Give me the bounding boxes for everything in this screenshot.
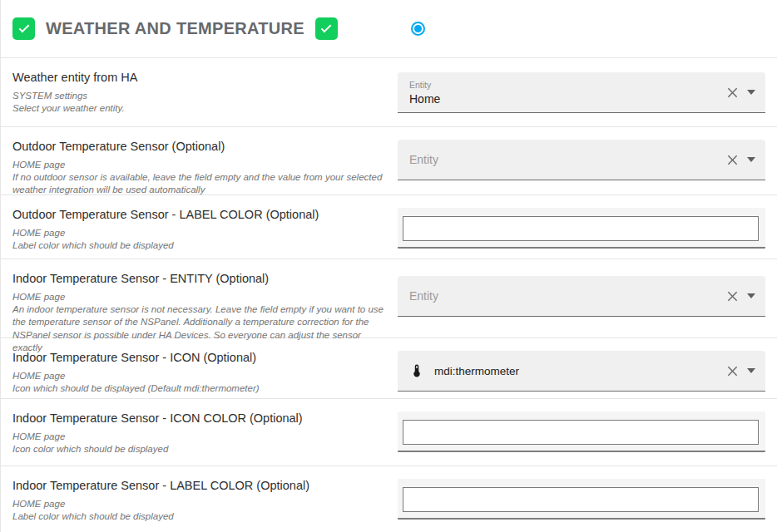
setting-text: Indoor Temperature Sensor - ICON (Option… <box>12 351 398 395</box>
setting-scope: HOME page <box>12 370 388 382</box>
thermometer-icon <box>409 363 424 378</box>
radio-selected-icon <box>414 25 422 32</box>
setting-scope: HOME page <box>12 159 388 171</box>
setting-title: Weather entity from HA <box>12 71 388 84</box>
setting-scope: HOME page <box>12 431 388 443</box>
clear-icon[interactable] <box>723 287 742 306</box>
select-content: Entity <box>409 153 723 166</box>
section-secondary-checkbox[interactable] <box>315 17 338 40</box>
setting-description: If no outdoor sensor is available, leave… <box>12 171 388 196</box>
setting-text: Indoor Temperature Sensor - ENTITY (Opti… <box>12 272 398 354</box>
section-active-radio[interactable] <box>411 22 425 36</box>
select-placeholder: Entity <box>409 153 723 166</box>
outdoor-temp-entity-select[interactable]: Entity <box>398 140 765 180</box>
chevron-down-icon[interactable] <box>747 368 755 373</box>
clear-icon[interactable] <box>723 83 742 102</box>
setting-scope: HOME page <box>12 498 388 510</box>
checkbox-check-icon <box>321 22 332 33</box>
setting-row-outdoor-entity: Outdoor Temperature Sensor (Optional) HO… <box>1 127 777 195</box>
setting-title: Indoor Temperature Sensor - ICON (Option… <box>12 351 388 364</box>
setting-title: Outdoor Temperature Sensor (Optional) <box>12 140 388 153</box>
setting-description: Icon which should be displayed (Default … <box>12 382 388 395</box>
setting-row-indoor-label-color: Indoor Temperature Sensor - LABEL COLOR … <box>1 466 777 531</box>
clear-icon[interactable] <box>723 150 742 170</box>
select-content: Entity <box>409 289 723 303</box>
section-header: WEATHER AND TEMPERATURE <box>1 0 777 58</box>
outdoor-label-color-input[interactable] <box>403 216 759 241</box>
color-input-panel <box>398 479 765 520</box>
color-input-panel <box>398 208 765 249</box>
indoor-icon-color-input[interactable] <box>403 420 759 445</box>
setting-text: Outdoor Temperature Sensor - LABEL COLOR… <box>12 208 398 252</box>
setting-row-weather-entity: Weather entity from HA SYSTEM settings S… <box>1 58 777 127</box>
setting-title: Indoor Temperature Sensor - LABEL COLOR … <box>12 479 388 492</box>
select-value: Home <box>409 92 723 106</box>
indoor-temp-entity-select[interactable]: Entity <box>398 276 765 317</box>
setting-row-outdoor-label-color: Outdoor Temperature Sensor - LABEL COLOR… <box>1 195 777 259</box>
chevron-down-icon[interactable] <box>747 293 755 298</box>
chevron-down-icon[interactable] <box>747 90 755 95</box>
setting-description: An indoor temperature sensor is not nece… <box>12 303 388 354</box>
setting-description: Label color which should be displayed <box>12 510 388 523</box>
checkbox-check-icon <box>18 22 29 33</box>
setting-row-indoor-entity: Indoor Temperature Sensor - ENTITY (Opti… <box>1 259 777 338</box>
select-content: Entity Home <box>409 80 723 106</box>
setting-description: Select your weather entity. <box>12 102 388 115</box>
setting-description: Label color which should be displayed <box>12 239 388 252</box>
setting-row-indoor-icon-color: Indoor Temperature Sensor - ICON COLOR (… <box>1 399 777 466</box>
section-title: WEATHER AND TEMPERATURE <box>46 19 304 38</box>
chevron-down-icon[interactable] <box>747 157 755 162</box>
select-placeholder: Entity <box>409 289 723 303</box>
indoor-icon-select[interactable]: mdi:thermometer <box>398 351 765 392</box>
section-enabled-checkbox[interactable] <box>12 17 35 40</box>
setting-scope: HOME page <box>12 227 388 239</box>
setting-scope: HOME page <box>12 291 388 303</box>
indoor-label-color-input[interactable] <box>403 487 759 512</box>
setting-title: Indoor Temperature Sensor - ENTITY (Opti… <box>12 272 388 285</box>
setting-text: Weather entity from HA SYSTEM settings S… <box>12 71 398 115</box>
weather-entity-select[interactable]: Entity Home <box>398 72 765 113</box>
clear-icon[interactable] <box>723 362 742 381</box>
setting-text: Indoor Temperature Sensor - LABEL COLOR … <box>12 479 398 523</box>
setting-title: Indoor Temperature Sensor - ICON COLOR (… <box>12 411 388 425</box>
select-content: mdi:thermometer <box>409 363 723 378</box>
setting-text: Outdoor Temperature Sensor (Optional) HO… <box>12 140 398 197</box>
select-value: mdi:thermometer <box>434 365 519 377</box>
setting-description: Icon color which should be displayed <box>12 443 388 456</box>
setting-scope: SYSTEM settings <box>12 90 388 102</box>
select-floating-label: Entity <box>409 80 723 90</box>
setting-text: Indoor Temperature Sensor - ICON COLOR (… <box>12 411 398 456</box>
setting-title: Outdoor Temperature Sensor - LABEL COLOR… <box>12 208 388 221</box>
color-input-panel <box>398 411 765 452</box>
